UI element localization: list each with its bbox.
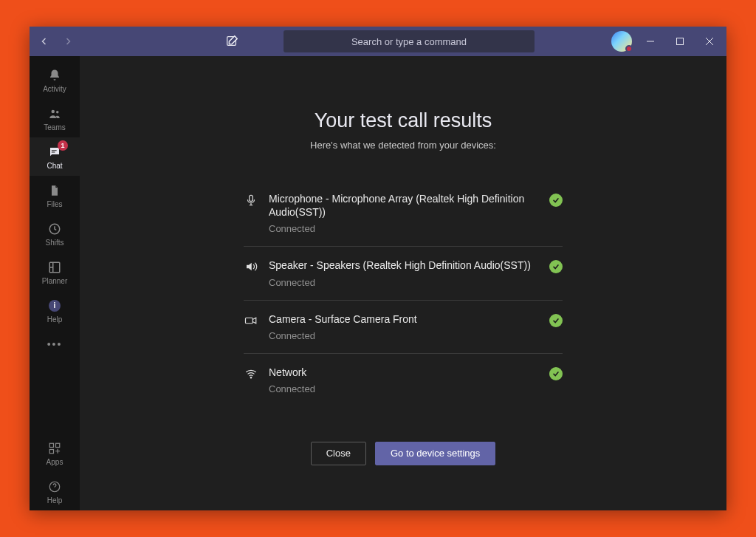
compose-button[interactable] bbox=[221, 31, 242, 52]
result-title: Network bbox=[269, 366, 539, 379]
apps-icon bbox=[47, 440, 63, 456]
sidebar-item-help-bottom[interactable]: Help bbox=[30, 472, 80, 510]
search-input[interactable] bbox=[284, 36, 535, 47]
user-avatar[interactable] bbox=[611, 31, 632, 52]
shifts-icon bbox=[47, 221, 63, 237]
minimize-button[interactable] bbox=[639, 30, 662, 52]
svg-rect-8 bbox=[49, 449, 53, 453]
sidebar-more[interactable]: ••• bbox=[30, 329, 80, 359]
presence-badge bbox=[625, 45, 633, 52]
sidebar-item-label: Help bbox=[47, 496, 63, 504]
camera-icon bbox=[244, 313, 258, 328]
sidebar-item-shifts[interactable]: Shifts bbox=[30, 214, 80, 253]
result-row-microphone: Microphone - Microphone Array (Realtek H… bbox=[244, 180, 563, 247]
sidebar-item-activity[interactable]: Activity bbox=[30, 61, 80, 99]
forward-button[interactable] bbox=[59, 33, 77, 50]
sidebar-item-help[interactable]: i Help bbox=[30, 291, 80, 329]
result-status: Connected bbox=[269, 277, 539, 288]
planner-icon bbox=[47, 259, 63, 276]
sidebar-item-label: Apps bbox=[47, 458, 63, 466]
close-button[interactable]: Close bbox=[311, 442, 366, 465]
sidebar-item-planner[interactable]: Planner bbox=[30, 253, 80, 291]
main-content: Your test call results Here's what we de… bbox=[80, 56, 726, 510]
result-title: Camera - Surface Camera Front bbox=[269, 312, 539, 326]
svg-point-12 bbox=[250, 377, 252, 378]
teams-icon bbox=[47, 106, 63, 122]
result-status: Connected bbox=[269, 330, 539, 341]
sidebar-item-label: Help bbox=[47, 315, 63, 324]
result-status: Connected bbox=[269, 383, 539, 394]
help-icon bbox=[47, 479, 63, 495]
microphone-icon bbox=[244, 193, 258, 208]
result-title: Microphone - Microphone Array (Realtek H… bbox=[269, 192, 539, 219]
sidebar-item-apps[interactable]: Apps bbox=[30, 434, 80, 472]
title-bar bbox=[30, 27, 726, 56]
sidebar-item-label: Files bbox=[47, 200, 62, 208]
close-window-button[interactable] bbox=[698, 30, 721, 52]
wifi-icon bbox=[244, 366, 258, 381]
sidebar-item-label: Chat bbox=[47, 162, 62, 170]
result-row-network: Network Connected bbox=[244, 354, 563, 406]
search-box[interactable] bbox=[284, 30, 535, 52]
sidebar-item-teams[interactable]: Teams bbox=[30, 99, 80, 137]
success-check-icon bbox=[549, 367, 563, 380]
page-title: Your test call results bbox=[315, 109, 492, 132]
sidebar-item-label: Planner bbox=[42, 277, 67, 285]
sidebar-item-label: Activity bbox=[43, 85, 66, 93]
success-check-icon bbox=[549, 194, 563, 207]
app-window: Activity Teams 1 Chat Files bbox=[30, 27, 726, 510]
result-row-camera: Camera - Surface Camera Front Connected bbox=[244, 301, 563, 354]
page-subtitle: Here's what we detected from your device… bbox=[310, 140, 496, 151]
result-title: Speaker - Speakers (Realtek High Definit… bbox=[269, 259, 539, 272]
svg-rect-11 bbox=[246, 318, 253, 324]
sidebar-item-chat[interactable]: 1 Chat bbox=[30, 137, 80, 176]
svg-rect-6 bbox=[49, 443, 53, 447]
maximize-button[interactable] bbox=[669, 30, 691, 52]
svg-point-3 bbox=[56, 111, 58, 113]
success-check-icon bbox=[549, 314, 563, 327]
result-status: Connected bbox=[269, 223, 539, 234]
result-row-speaker: Speaker - Speakers (Realtek High Definit… bbox=[244, 247, 563, 300]
svg-rect-7 bbox=[56, 443, 60, 447]
more-icon: ••• bbox=[47, 338, 63, 350]
bell-icon bbox=[47, 67, 63, 83]
action-buttons: Close Go to device settings bbox=[311, 442, 496, 465]
sidebar-item-label: Teams bbox=[44, 123, 65, 131]
notification-badge: 1 bbox=[58, 140, 68, 151]
app-bar: Activity Teams 1 Chat Files bbox=[30, 56, 80, 510]
svg-point-2 bbox=[52, 109, 55, 113]
results-list: Microphone - Microphone Array (Realtek H… bbox=[244, 180, 563, 406]
svg-rect-1 bbox=[677, 38, 684, 45]
device-settings-button[interactable]: Go to device settings bbox=[375, 442, 495, 465]
files-icon bbox=[47, 182, 63, 199]
speaker-icon bbox=[244, 259, 258, 274]
success-check-icon bbox=[549, 260, 563, 273]
svg-rect-10 bbox=[250, 195, 253, 201]
back-button[interactable] bbox=[35, 33, 53, 50]
help-info-icon: i bbox=[47, 298, 63, 314]
sidebar-item-files[interactable]: Files bbox=[30, 176, 80, 214]
sidebar-item-label: Shifts bbox=[45, 239, 63, 247]
